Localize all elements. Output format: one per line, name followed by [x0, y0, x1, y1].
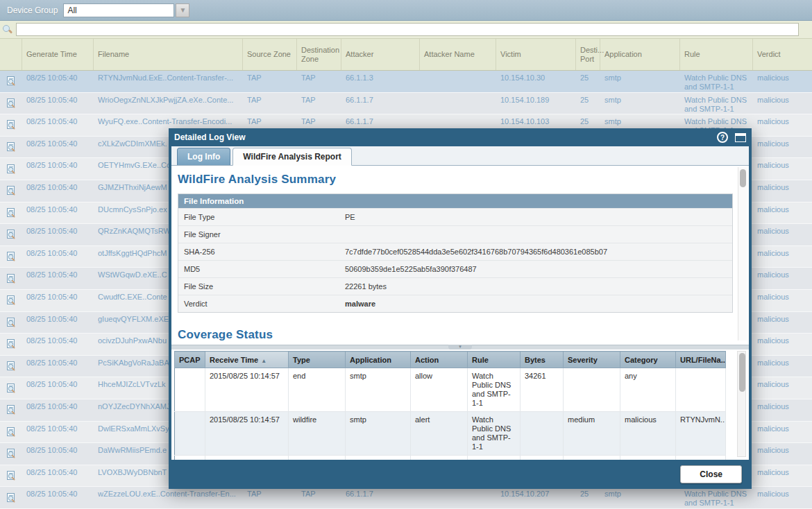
table-row[interactable]: 08/25 10:05:40RTYNJvmNud.ExE..Content-Tr…: [0, 71, 812, 93]
cell-time: 08/25 10:05:40: [22, 114, 94, 136]
device-group-label: Device Group: [7, 6, 58, 15]
cell-verdict: malicious: [753, 114, 812, 136]
cov-cell-application: smtp: [346, 456, 411, 460]
log-detail-icon[interactable]: [0, 290, 22, 311]
coverage-scrollbar[interactable]: [737, 351, 746, 457]
cov-header-rule[interactable]: Rule: [468, 352, 521, 368]
cov-header-application[interactable]: Application: [346, 352, 411, 368]
header-filename[interactable]: Filename: [94, 39, 243, 70]
log-detail-icon[interactable]: [0, 268, 22, 289]
cell-time: 08/25 10:05:40: [22, 290, 94, 311]
header-victim[interactable]: Victim: [496, 39, 576, 70]
cov-header-category[interactable]: Category: [620, 352, 676, 368]
cov-cell-receive_time: 2015/08/25 10:14:27: [205, 456, 289, 460]
cov-cell-url: RTYNJvmN..: [676, 412, 726, 456]
cov-cell-severity: low: [564, 456, 620, 460]
close-button[interactable]: Close: [680, 465, 742, 483]
summary-scrollbar[interactable]: [738, 167, 747, 340]
log-detail-icon[interactable]: [0, 93, 22, 114]
cov-header-type[interactable]: Type: [289, 352, 346, 368]
cell-destination_zone: TAP: [297, 71, 341, 92]
coverage-pane: PCAP Receive Time▲ Type Application Acti…: [171, 350, 749, 460]
header-source-zone[interactable]: Source Zone: [243, 39, 297, 70]
header-attacker[interactable]: Attacker: [341, 39, 420, 70]
cov-cell-pcap: [175, 412, 205, 456]
log-detail-icon[interactable]: [0, 422, 22, 443]
scrollbar-thumb[interactable]: [739, 353, 745, 392]
header-application[interactable]: Application: [600, 39, 680, 70]
log-detail-icon[interactable]: [0, 137, 22, 158]
cov-cell-rule: Watch Public DNS and SMTP-1-1: [468, 456, 521, 460]
log-detail-icon[interactable]: [0, 356, 22, 377]
cell-attacker_name: [420, 71, 496, 92]
log-detail-icon[interactable]: [0, 246, 22, 268]
log-detail-icon[interactable]: [0, 487, 22, 508]
device-group-bar: Device Group ▼: [0, 0, 812, 21]
pane-splitter[interactable]: ▾: [171, 345, 749, 350]
cell-verdict: malicious: [753, 202, 812, 224]
header-rule[interactable]: Rule: [680, 39, 753, 70]
cov-header-pcap[interactable]: PCAP: [175, 352, 205, 368]
log-detail-icon[interactable]: [0, 224, 22, 245]
cov-cell-type: end: [289, 368, 346, 412]
device-group-select[interactable]: [63, 3, 174, 17]
log-detail-icon[interactable]: [0, 399, 22, 421]
help-icon[interactable]: ?: [717, 132, 728, 143]
cell-time: 08/25 10:05:40: [22, 224, 94, 245]
cell-time: 08/25 10:05:40: [22, 312, 94, 334]
field-label: File Size: [178, 279, 339, 293]
cov-header-url-filename[interactable]: URL/FileNa...: [676, 352, 726, 368]
log-filter-input[interactable]: [16, 23, 799, 36]
cov-cell-action: allow: [411, 368, 468, 412]
search-icon[interactable]: [2, 24, 13, 35]
cov-header-action[interactable]: Action: [411, 352, 468, 368]
file-information-header: File Information: [178, 194, 732, 208]
log-detail-icon[interactable]: [0, 114, 22, 136]
cov-cell-category: any: [620, 368, 676, 412]
log-detail-icon[interactable]: [0, 202, 22, 224]
log-detail-icon[interactable]: [0, 465, 22, 487]
splitter-collapse-icon[interactable]: ▾: [448, 345, 472, 350]
log-detail-icon[interactable]: [0, 180, 22, 202]
header-generate-time[interactable]: Generate Time: [22, 39, 94, 70]
cell-filename: WrioOegxZnNLXJkPwjjZA.eXe..Conte...: [94, 93, 243, 114]
cell-verdict: malicious: [753, 246, 812, 268]
coverage-row[interactable]: 2015/08/25 10:14:27vulnerabilitysmtpaler…: [175, 456, 726, 460]
dialog-title-bar[interactable]: Detailed Log View ?: [169, 128, 752, 146]
cov-cell-application: smtp: [346, 368, 411, 412]
cell-verdict: malicious: [753, 422, 812, 443]
tab-log-info[interactable]: Log Info: [177, 148, 230, 165]
cov-header-receive-time[interactable]: Receive Time▲: [205, 352, 289, 368]
cell-time: 08/25 10:05:40: [22, 487, 94, 508]
cov-cell-bytes: [521, 456, 564, 460]
coverage-row[interactable]: 2015/08/25 10:14:57wildfiresmtpalertWatc…: [175, 412, 726, 456]
coverage-row[interactable]: 2015/08/25 10:14:57endsmtpallowWatch Pub…: [175, 368, 726, 412]
log-detail-icon[interactable]: [0, 334, 22, 355]
log-detail-icon[interactable]: [0, 71, 22, 92]
log-detail-icon[interactable]: [0, 158, 22, 180]
header-icon-col: [0, 39, 22, 70]
cell-time: 08/25 10:05:40: [22, 93, 94, 114]
log-detail-icon[interactable]: [0, 443, 22, 465]
cell-verdict: malicious: [753, 137, 812, 158]
cov-header-bytes[interactable]: Bytes: [521, 352, 564, 368]
cell-verdict: malicious: [753, 356, 812, 377]
table-row[interactable]: 08/25 10:05:40wZEzzeLOU.exE..Content-Tra…: [0, 487, 812, 509]
restore-window-icon[interactable]: [735, 133, 746, 142]
dropdown-arrow-icon[interactable]: ▼: [176, 3, 189, 17]
scrollbar-thumb[interactable]: [740, 169, 746, 187]
log-detail-icon[interactable]: [0, 312, 22, 334]
cell-verdict: malicious: [753, 268, 812, 289]
header-destination-port[interactable]: Desti... Port: [576, 39, 600, 70]
tab-wildfire-analysis-report[interactable]: WildFire Analysis Report: [232, 148, 351, 166]
log-detail-icon[interactable]: [0, 377, 22, 399]
cov-header-severity[interactable]: Severity: [564, 352, 620, 368]
verdict-row: Verdict malware: [178, 295, 732, 312]
cell-verdict: malicious: [753, 465, 812, 487]
header-destination-zone[interactable]: Destination Zone: [297, 39, 341, 70]
header-verdict[interactable]: Verdict: [753, 39, 812, 70]
header-attacker-name[interactable]: Attacker Name: [420, 39, 496, 70]
cov-cell-bytes: [521, 412, 564, 456]
dialog-tabstrip: Log Info WildFire Analysis Report: [171, 146, 749, 166]
table-row[interactable]: 08/25 10:05:40WrioOegxZnNLXJkPwjjZA.eXe.…: [0, 93, 812, 115]
